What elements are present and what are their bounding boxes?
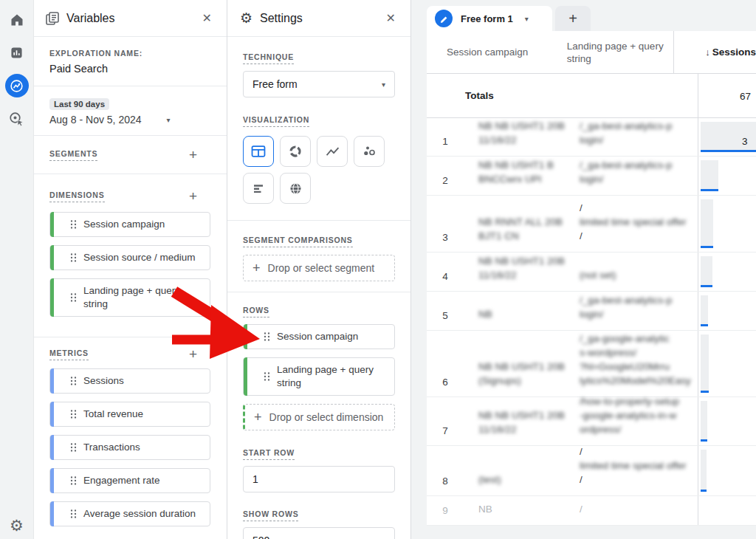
chip-accent (244, 357, 247, 396)
start-row-input[interactable]: 1 (243, 466, 395, 492)
date-range-picker[interactable]: Last 90 days Aug 8 - Nov 5, 2024 ▾ (33, 86, 227, 136)
close-icon[interactable]: ✕ (199, 10, 215, 27)
reports-icon[interactable] (0, 40, 33, 65)
close-icon[interactable]: ✕ (383, 10, 399, 27)
cell-line: login/ (580, 133, 603, 147)
sessions-bar (701, 199, 713, 248)
cell-session-campaign: NB NB USHT1 20B11/16/22 (464, 253, 580, 291)
rows-section: ROWS Session campaignLanding page + quer… (227, 292, 410, 430)
segment-drop-label: Drop or select segment (268, 262, 375, 274)
chip-label: Session campaign (277, 330, 358, 343)
totals-sessions-value: 67 (740, 91, 751, 102)
segment-drop-zone[interactable]: + Drop or select segment (243, 255, 395, 281)
settings-panel-header: ⚙ Settings ✕ (227, 0, 410, 37)
row-number: 8 (427, 446, 464, 495)
cell-sessions (698, 446, 756, 495)
drag-handle-icon (70, 442, 77, 453)
chevron-down-icon: ▾ (382, 537, 385, 539)
table-icon[interactable] (243, 136, 274, 167)
start-row-section: START ROW 1 (227, 430, 410, 492)
show-rows-value: 500 (252, 535, 269, 539)
column-header-session-campaign[interactable]: Session campaign (427, 31, 567, 73)
metric-chip[interactable]: Sessions (49, 368, 210, 394)
cell-line: s-wordpress/ (580, 346, 636, 360)
row-number: 5 (427, 292, 464, 330)
metric-chip[interactable]: Total revenue (49, 402, 210, 427)
start-row-label: START ROW (243, 448, 295, 460)
reports-icon (10, 47, 23, 59)
cell-line: BNCCwrx UPI (478, 172, 542, 186)
row-number: 9 (427, 496, 464, 525)
sessions-bar (701, 295, 708, 326)
cell-line: login/ (580, 172, 603, 186)
line-chart-icon[interactable] (317, 136, 348, 167)
metric-chip[interactable]: Average session duration (49, 501, 210, 526)
advertising-icon (9, 111, 24, 127)
column-header-sessions[interactable]: ↓ Sessions (673, 31, 756, 73)
cell-landing-page: /_ga-best-analytics-plogin/ (580, 157, 698, 195)
explore-icon (10, 79, 24, 93)
show-rows-select[interactable]: 500 ▾ (243, 527, 395, 539)
metric-chip[interactable]: Transactions (49, 435, 210, 460)
cell-session-campaign: NB NB USHT1 BBNCCwrx UPI (464, 157, 580, 195)
cell-sessions (698, 292, 756, 330)
dimension-chip[interactable]: Session campaign (49, 212, 210, 237)
cell-line: limited time special offer (580, 459, 687, 473)
explore-icon[interactable] (0, 71, 33, 100)
add-segment-button[interactable]: + (189, 148, 197, 162)
cell-line: ?hl=GoogleU20Mrru (580, 360, 670, 374)
settings-title: Settings (260, 12, 383, 25)
row-number: 1 (427, 118, 464, 156)
metric-chip[interactable]: Engagement rate (49, 468, 210, 493)
cell-line: NB NB USHT1 20B (478, 119, 565, 133)
plus-icon: + (252, 261, 261, 275)
cell-landing-page: /limited time special offer/ (580, 446, 698, 495)
technique-select[interactable]: Free form ▾ (243, 71, 395, 97)
row-dimension-list: Session campaignLanding page + query str… (243, 324, 395, 396)
cell-line: / (580, 473, 583, 487)
add-metric-button[interactable]: + (189, 347, 197, 361)
cell-line: / (580, 229, 583, 243)
sessions-bar (701, 401, 707, 442)
add-dimension-button[interactable]: + (189, 189, 197, 203)
exploration-name-value[interactable]: Paid Search (49, 63, 210, 75)
cell-line: -google-analytics-in-w (580, 408, 676, 422)
cell-line: (Signups) (478, 374, 521, 388)
home-icon[interactable] (0, 7, 33, 32)
chip-accent (50, 468, 54, 493)
chip-label: Session campaign (83, 218, 165, 231)
dimension-chip[interactable]: Session source / medium (49, 245, 210, 270)
sessions-bar (701, 160, 718, 191)
advertising-icon[interactable] (0, 106, 33, 131)
scatter-plot-icon[interactable] (354, 136, 385, 167)
row-dimension-chip[interactable]: Session campaign (243, 324, 395, 349)
gear-icon[interactable]: ⚙ (0, 517, 33, 535)
cell-line: / (580, 444, 583, 459)
tab-free-form-1[interactable]: Free form 1 ▾ (427, 6, 552, 31)
cell-line: 11/16/22 (478, 133, 517, 147)
row-dimension-chip[interactable]: Landing page + query string (243, 357, 395, 396)
chip-label: Average session duration (83, 507, 196, 521)
chip-accent (50, 402, 54, 427)
dimension-drop-zone[interactable]: + Drop or select dimension (243, 404, 395, 430)
column-header-landing-page[interactable]: Landing page + query string (567, 31, 674, 73)
edit-tab-circle (435, 10, 453, 27)
geo-map-icon[interactable] (280, 173, 311, 204)
sessions-bar (701, 122, 756, 152)
pencil-icon (439, 14, 448, 23)
cell-landing-page: /how-to-properly-setup-google-analytics-… (580, 397, 698, 445)
cell-landing-page: /limited time special offer/ (580, 196, 698, 252)
add-tab-button[interactable]: + (555, 6, 591, 31)
variables-title: Variables (66, 12, 199, 25)
donut-chart-icon[interactable] (280, 136, 311, 167)
totals-landing-cell (580, 74, 698, 117)
cell-line: /_ga-best-analytics-p (580, 293, 672, 307)
cell-session-campaign: NB (464, 292, 580, 330)
chip-label: Landing page + query string (277, 363, 388, 390)
table-row: 1NB NB USHT1 20B11/16/22/_ga-best-analyt… (427, 118, 756, 157)
cell-line: NB (478, 307, 492, 321)
drag-handle-icon (70, 476, 77, 486)
dimension-chip[interactable]: Landing page + query string (49, 278, 210, 317)
bar-chart-icon[interactable] (243, 173, 274, 204)
metrics-section: METRICS + SessionsTotal revenueTransacti… (33, 337, 227, 539)
